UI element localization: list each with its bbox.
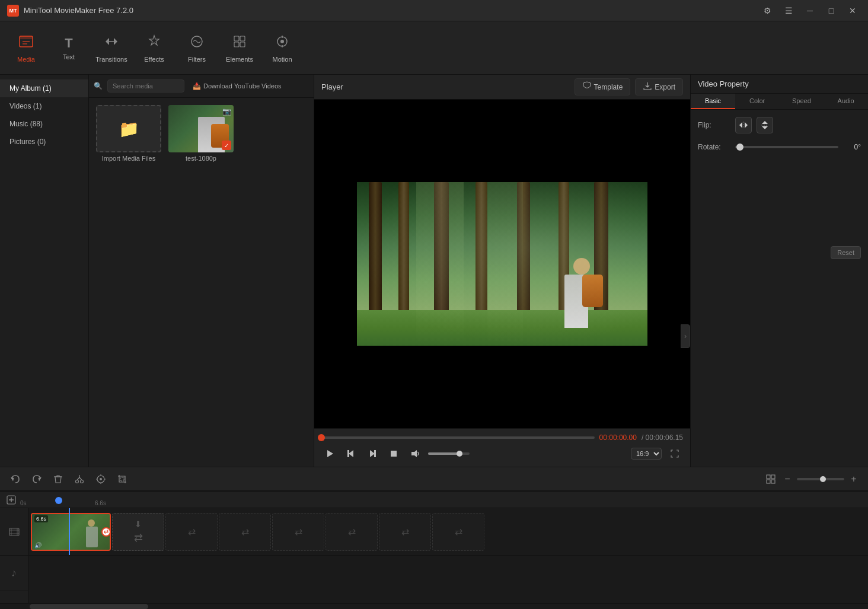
toolbar-item-effects[interactable]: Effects [133, 27, 175, 69]
empty-slot-1[interactable]: ⇄ [165, 513, 218, 551]
empty-slot-3[interactable]: ⇄ [272, 513, 324, 551]
properties-title: Video Property [698, 79, 749, 88]
template-icon [582, 81, 592, 93]
fullscreen-btn[interactable] [666, 445, 683, 462]
media-search-bar: 🔍 📥 Download YouTube Videos [89, 75, 314, 98]
volume-thumb[interactable] [457, 451, 462, 457]
tab-audio[interactable]: Audio [824, 94, 868, 109]
search-icon: 🔍 [94, 82, 103, 90]
timeline-scrollbar[interactable] [0, 603, 868, 609]
audio-detach-btn[interactable] [92, 471, 109, 487]
svg-rect-28 [120, 477, 124, 481]
panel-collapse-btn[interactable]: › [681, 324, 690, 348]
svg-rect-6 [234, 36, 239, 41]
video-check-mark: ✓ [222, 141, 231, 150]
player-controls: 00:00:00.00 / 00:00:06.15 [314, 428, 690, 467]
progress-thumb[interactable] [318, 434, 325, 441]
redo-btn[interactable] [28, 471, 45, 487]
rotate-row: Rotate: 0° [698, 143, 861, 151]
download-youtube-btn[interactable]: 📥 Download YouTube Videos [189, 80, 285, 93]
svg-rect-31 [767, 480, 770, 483]
crop-btn[interactable] [114, 471, 130, 487]
template-btn[interactable]: Template [575, 78, 631, 95]
flip-label: Flip: [698, 121, 730, 129]
tab-basic[interactable]: Basic [691, 94, 735, 109]
video-preview [314, 100, 690, 428]
maximize-btn[interactable]: □ [823, 2, 840, 19]
close-btn[interactable]: ✕ [844, 2, 861, 19]
clip-duration-label: 6.6s [34, 515, 48, 522]
settings-btn[interactable]: ⚙ [759, 2, 776, 19]
flip-horizontal-btn[interactable] [735, 117, 752, 133]
next-frame-btn[interactable] [364, 445, 381, 462]
play-btn[interactable] [321, 445, 338, 462]
forest-overlay [357, 182, 647, 346]
reset-btn[interactable]: Reset [831, 246, 861, 259]
svg-rect-14 [347, 450, 349, 457]
cut-btn[interactable] [71, 471, 88, 487]
progress-track[interactable] [321, 436, 595, 439]
toolbar-item-transitions[interactable]: Transitions [90, 27, 133, 69]
zoom-slider-thumb[interactable] [820, 476, 826, 482]
volume-btn[interactable] [407, 445, 423, 462]
delete-btn[interactable] [50, 471, 66, 487]
rotate-slider[interactable] [735, 146, 838, 148]
sidebar-item-pictures[interactable]: Pictures (0) [0, 133, 88, 151]
properties-tabs: Basic Color Speed Audio [691, 94, 868, 110]
tab-audio-label: Audio [838, 97, 854, 104]
search-input[interactable] [107, 79, 184, 93]
current-time-display: 00:00:00.00 [599, 433, 637, 442]
audio-track-label: ♪ [0, 556, 28, 591]
tab-speed[interactable]: Speed [780, 94, 824, 109]
zoom-minus-btn[interactable]: − [780, 472, 794, 486]
sidebar-item-pictures-label: Pictures (0) [9, 138, 46, 146]
toolbar-item-elements[interactable]: Elements [218, 27, 261, 69]
empty-slot-arrow-2: ⇄ [241, 526, 249, 537]
zoom-fit-btn[interactable] [764, 472, 778, 486]
zoom-plus-btn[interactable]: + [847, 472, 861, 486]
toolbar-item-text[interactable]: T Text [47, 27, 90, 69]
tab-color[interactable]: Color [735, 94, 780, 109]
empty-slot-5[interactable]: ⇄ [379, 513, 431, 551]
clip-resize-handle[interactable]: ⇄ [101, 527, 111, 537]
empty-slot-6[interactable]: ⇄ [432, 513, 484, 551]
flip-row: Flip: [698, 117, 861, 133]
sidebar-item-album[interactable]: My Album (1) [0, 79, 88, 97]
rotate-thumb[interactable] [736, 144, 743, 151]
scroll-thumb[interactable] [30, 604, 148, 609]
video-clip-1[interactable]: 6.6s 🔊 ⇄ [31, 513, 111, 551]
svg-point-24 [76, 480, 79, 483]
zoom-slider[interactable] [797, 478, 844, 480]
media-item-import[interactable]: 📁 Import Media Files [96, 105, 161, 162]
menu-btn[interactable]: ☰ [780, 2, 797, 19]
properties-content: Flip: Rotate: [691, 110, 868, 467]
download-icon: 📥 [193, 82, 201, 90]
toolbar-item-media[interactable]: Media [5, 27, 47, 69]
export-btn[interactable]: Export [635, 78, 683, 95]
player-header: Player Template [314, 75, 690, 100]
flip-vertical-btn[interactable] [757, 117, 773, 133]
undo-btn[interactable] [7, 471, 24, 487]
video-track: 6.6s 🔊 ⇄ ⬇ ⇄ ⇄ ⇄ [28, 508, 868, 556]
svg-marker-15 [370, 450, 375, 457]
svg-rect-1 [20, 36, 33, 39]
timeline-add-btn[interactable] [5, 493, 18, 506]
toolbar-item-filters[interactable]: Filters [175, 27, 218, 69]
volume-control[interactable] [428, 452, 470, 455]
empty-slot-4[interactable]: ⇄ [326, 513, 378, 551]
toolbar-item-motion[interactable]: Motion [261, 27, 304, 69]
transition-slot-1[interactable]: ⬇ ⇄ [112, 513, 164, 551]
timeline-header: 0s 6.6s [0, 492, 868, 508]
app-title: MiniTool MovieMaker Free 7.2.0 [24, 6, 759, 15]
minimize-btn[interactable]: ─ [802, 2, 818, 19]
sidebar-item-videos[interactable]: Videos (1) [0, 97, 88, 115]
sidebar-item-music[interactable]: Music (88) [0, 115, 88, 133]
svg-rect-17 [391, 451, 397, 457]
player-label: Player [321, 82, 343, 91]
stop-btn[interactable] [385, 445, 402, 462]
empty-slot-2[interactable]: ⇄ [219, 513, 271, 551]
aspect-ratio-select[interactable]: 16:9 9:16 1:1 4:3 [631, 448, 662, 460]
media-item-video[interactable]: 📷 ✓ test-1080p [168, 105, 234, 162]
volume-slider[interactable] [428, 452, 470, 455]
prev-frame-btn[interactable] [343, 445, 359, 462]
